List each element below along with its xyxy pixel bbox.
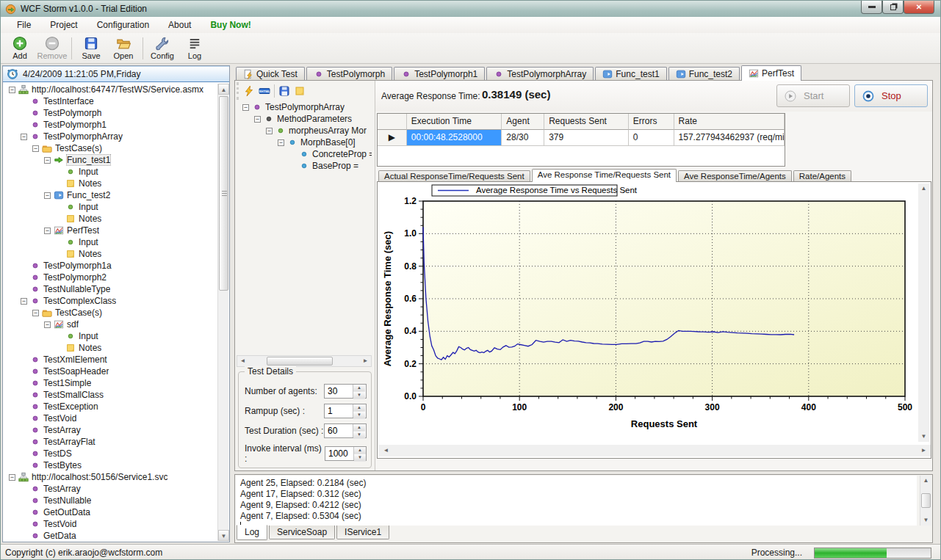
tree-item-notes[interactable]: Notes (4, 213, 217, 225)
tree-item-input[interactable]: Input (4, 201, 217, 213)
collapse-icon[interactable]: − (242, 104, 249, 111)
collapse-icon[interactable]: − (21, 134, 27, 140)
grid-cell[interactable]: 0 (629, 130, 674, 146)
start-button[interactable]: Start (776, 84, 850, 107)
notes-toolbutton[interactable] (294, 85, 306, 97)
tree-item-morphbase-0[interactable]: −MorphBase[0] (238, 137, 372, 148)
tree-item-http-localhost-50156-service1-svc[interactable]: −http://localhost:50156/Service1.svc (4, 471, 217, 483)
tree-item-input[interactable]: Input (4, 236, 217, 248)
grid-cell[interactable]: 379 (544, 130, 629, 146)
tree-item-notes[interactable]: Notes (4, 248, 217, 260)
stop-button[interactable]: Stop (854, 84, 928, 107)
menu-item-about[interactable]: About (159, 18, 200, 32)
collapse-icon[interactable]: − (9, 474, 15, 481)
scroll-up-icon[interactable]: ▲ (218, 84, 229, 95)
tree-item-testpolymorph1[interactable]: TestPolymorph1 (4, 119, 217, 131)
tree-item-testarray[interactable]: TestArray (4, 483, 217, 495)
add-button[interactable]: Add (4, 34, 36, 62)
grid-cell[interactable]: 28/30 (502, 130, 544, 146)
menu-item-file[interactable]: File (8, 18, 40, 32)
restore-button[interactable] (882, 1, 904, 14)
tree-item-perftest[interactable]: −PerfTest (4, 225, 217, 236)
grid-column-errors[interactable]: Errors (629, 114, 674, 130)
tree-item-morpheusarray-mor[interactable]: −morpheusArray Mor (238, 125, 372, 137)
collapse-icon[interactable]: − (254, 116, 261, 123)
service-tree-scrollbar[interactable]: ▲ ▼ (217, 84, 228, 541)
tree-item-testpolymorpharray[interactable]: −TestPolymorphArray (4, 131, 217, 142)
tab-quick-test[interactable]: Quick Test (236, 67, 305, 81)
scroll-down-icon[interactable]: ▼ (920, 515, 931, 526)
tree-item-concreteprop[interactable]: ConcreteProp = (238, 148, 372, 160)
tab-perftest[interactable]: PerfTest (741, 65, 801, 81)
save-button[interactable]: Save (75, 34, 107, 62)
tree-item-testcase-s[interactable]: −TestCase(s) (4, 142, 217, 154)
tree-item-testvoid[interactable]: TestVoid (4, 412, 217, 424)
config-button[interactable]: Config (146, 34, 179, 62)
spin-down-icon[interactable]: ▼ (353, 392, 365, 399)
close-button[interactable]: ✕ (904, 1, 934, 14)
chart-tab-rate-agents[interactable]: Rate/Agents (793, 170, 851, 182)
tree-item-testpolymorph1a[interactable]: TestPolymorph1a (4, 260, 217, 272)
tree-item-func-test1[interactable]: −Func_test1 (4, 154, 217, 166)
tree-item-notes[interactable]: Notes (4, 342, 217, 354)
menu-item-buy-now[interactable]: Buy Now! (201, 18, 259, 32)
scroll-up-icon[interactable]: ▲ (918, 183, 929, 194)
spin-up-icon[interactable]: ▲ (353, 404, 365, 412)
scroll-left-icon[interactable]: ◄ (237, 356, 248, 366)
collapse-icon[interactable]: − (44, 228, 51, 234)
invoke-interval-ms-input[interactable] (325, 447, 353, 460)
tree-item-testarrayflat[interactable]: TestArrayFlat (4, 436, 217, 448)
menu-item-project[interactable]: Project (41, 18, 86, 32)
tree-item-test1simple[interactable]: Test1Simple (4, 377, 217, 389)
grid-cell[interactable]: 00:00:48.2528000 (407, 130, 502, 146)
scroll-left-icon[interactable]: ◄ (381, 445, 392, 457)
number-of-agents-stepper[interactable]: ▲▼ (324, 384, 367, 399)
tree-item-input[interactable]: Input (4, 330, 217, 342)
scroll-right-icon[interactable]: ► (360, 356, 371, 366)
grid-column-agent[interactable]: Agent (502, 114, 544, 130)
log-tab-servicesoap[interactable]: ServiceSoap (269, 526, 335, 539)
grid-column-requests-sent[interactable]: Requests Sent (544, 114, 629, 130)
log-output[interactable]: Agent 25, Elapsed: 0.2184 (sec)Agent 17,… (236, 476, 917, 526)
tree-item-methodparameters[interactable]: −MethodParameters (238, 113, 372, 125)
scrollbar-thumb[interactable] (219, 96, 228, 291)
grid-cell[interactable]: 157.277943462937 (req/min) (674, 130, 785, 146)
grid-row[interactable]: ▶00:00:48.252800028/303790157.2779434629… (378, 130, 785, 146)
collapse-icon[interactable]: − (32, 145, 39, 152)
log-tab-log[interactable]: Log (237, 525, 267, 540)
invoke-interval-ms-stepper[interactable]: ▲▼ (325, 446, 367, 461)
log-button[interactable]: Log (179, 34, 211, 62)
xml-toolbutton[interactable]: XHTML (259, 85, 270, 97)
menu-item-configuration[interactable]: Configuration (88, 18, 158, 32)
collapse-icon[interactable]: − (21, 298, 27, 305)
scrollbar-thumb[interactable] (921, 493, 931, 508)
chart-vscrollbar[interactable]: ▲ ▼ (918, 183, 929, 442)
log-tab-iservice1[interactable]: IService1 (336, 526, 389, 539)
tree-item-testnullable[interactable]: TestNullable (4, 495, 217, 506)
number-of-agents-input[interactable] (325, 385, 353, 398)
rampup-sec-input[interactable] (325, 404, 353, 418)
collapse-icon[interactable]: − (44, 192, 51, 199)
grid-row-header[interactable]: ▶ (378, 130, 407, 146)
log-scrollbar[interactable]: ▲ ▼ (920, 476, 931, 526)
chart-tab-ave-response-time-requests-sent[interactable]: Ave Response Time/Requests Sent (532, 169, 677, 182)
collapse-icon[interactable]: − (278, 139, 284, 146)
chart-tab-actual-responsetime-requests-sent[interactable]: Actual ResponseTime/Requests Sent (378, 170, 530, 182)
tree-item-testexception[interactable]: TestException (4, 401, 217, 412)
tree-item-sdf[interactable]: −sdf (4, 319, 217, 330)
tree-item-testpolymorph2[interactable]: TestPolymorph2 (4, 272, 217, 283)
tree-item-notes[interactable]: Notes (4, 178, 217, 189)
scroll-down-icon[interactable]: ▼ (218, 530, 229, 541)
tree-item-getoutdata[interactable]: GetOutData (4, 506, 217, 518)
spin-down-icon[interactable]: ▼ (353, 412, 365, 419)
scrollbar-thumb[interactable] (267, 357, 333, 366)
collapse-icon[interactable]: − (9, 87, 15, 93)
title-bar[interactable]: WCF Storm v1.0.0 - Trial Edition ✕ (1, 1, 941, 17)
collapse-icon[interactable]: − (44, 321, 51, 328)
chart-hscrollbar[interactable]: ◄ ► (379, 445, 931, 457)
spin-down-icon[interactable]: ▼ (353, 432, 365, 439)
tab-testpolymorph[interactable]: TestPolymorph (306, 67, 392, 81)
tree-item-testvoid[interactable]: TestVoid (4, 518, 217, 530)
tab-func-test2[interactable]: Func_test2 (668, 67, 740, 81)
spin-up-icon[interactable]: ▲ (353, 385, 365, 392)
